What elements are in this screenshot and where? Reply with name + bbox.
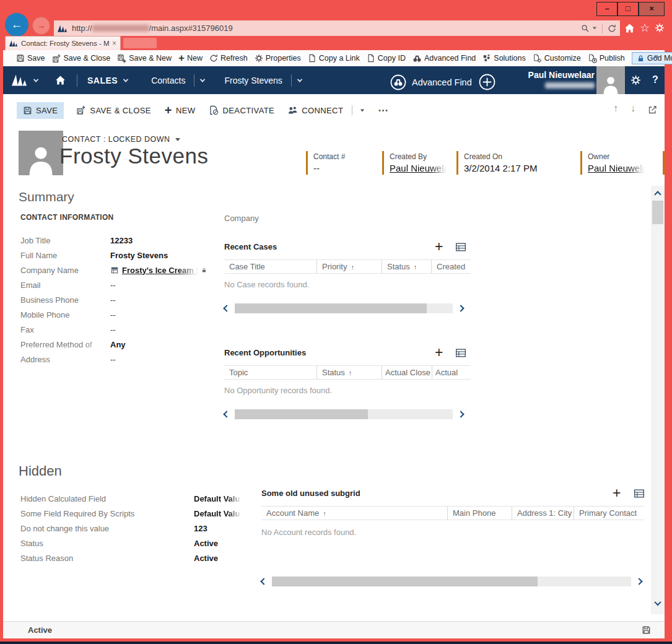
scroll-left-icon[interactable] (223, 305, 230, 311)
fav-copy-id-button[interactable]: Copy ID (367, 52, 406, 64)
fav-god-mode-button[interactable]: God Mode (632, 52, 672, 64)
scrollbar-thumb[interactable] (235, 409, 368, 419)
cases-horizontal-scrollbar[interactable] (224, 303, 466, 314)
title-bar[interactable]: – □ × (0, 0, 672, 19)
toolbar-overflow-icon[interactable]: » (654, 51, 658, 61)
add-opportunity-button[interactable]: + (435, 346, 443, 359)
column-header-status[interactable]: Status↑ (316, 366, 382, 379)
search-dropdown-icon[interactable] (593, 27, 596, 30)
field-row-status[interactable]: StatusActive (20, 536, 268, 550)
column-header-case-title[interactable]: Case Title (224, 260, 316, 273)
opportunities-horizontal-scrollbar[interactable] (224, 409, 466, 420)
field-row-do-not-change[interactable]: Do not change this value123 (20, 521, 268, 535)
fav-save-new-button[interactable]: Save & New (117, 52, 172, 65)
vertical-scrollbar-thumb[interactable] (652, 201, 663, 224)
next-record-icon[interactable]: ↓ (631, 103, 635, 114)
fav-publish-button[interactable]: Publish (588, 52, 625, 65)
column-header-address-city[interactable]: Address 1: City (512, 507, 574, 520)
field-row-required-by-scripts[interactable]: Some Field Required By ScriptsDefault Va… (20, 507, 268, 520)
company-field-label[interactable]: Company (224, 214, 259, 223)
new-tab-button[interactable] (123, 38, 157, 48)
advanced-find-icon[interactable] (390, 74, 406, 90)
fav-copy-link-button[interactable]: Copy a Link (308, 52, 360, 64)
address-bar[interactable]: http:///main.aspx#315796019 (54, 20, 620, 36)
save-and-close-button[interactable]: SAVE & CLOSE (75, 102, 152, 119)
back-button[interactable]: ← (5, 13, 28, 37)
chevron-down-icon[interactable] (200, 77, 205, 82)
accounts-horizontal-scrollbar[interactable] (261, 575, 644, 588)
field-row-company-name[interactable]: Company Name Frosty's Ice Cream S (20, 263, 225, 277)
gear-icon[interactable] (631, 75, 641, 85)
connect-button[interactable]: CONNECT (287, 102, 366, 119)
scrollbar-track[interactable] (235, 409, 453, 419)
fav-refresh-button[interactable]: Refresh (209, 52, 248, 64)
save-button[interactable]: SAVE (17, 102, 64, 119)
chevron-down-icon[interactable] (123, 77, 128, 82)
chevron-down-icon[interactable] (33, 77, 38, 82)
column-header-actual-close-date[interactable]: Actual Close Da... (382, 366, 432, 379)
minimize-button[interactable]: – (596, 2, 617, 16)
new-button[interactable]: +NEW (164, 102, 197, 119)
scrollbar-thumb[interactable] (235, 303, 427, 313)
company-link[interactable]: Frosty's Ice Cream S (122, 266, 200, 275)
hidden-tab-title[interactable]: Hidden (19, 463, 62, 479)
field-row-job-title[interactable]: Job Title12233 (20, 233, 219, 247)
scroll-left-icon[interactable] (223, 411, 230, 417)
scrollbar-track[interactable] (272, 577, 631, 586)
scroll-right-icon[interactable] (457, 411, 464, 417)
field-row-fax[interactable]: Fax-- (20, 323, 219, 336)
nav-sales-menu[interactable]: SALES (87, 76, 118, 85)
summary-tab-title[interactable]: Summary (19, 189, 74, 204)
created-by-link[interactable]: Paul Nieuwelaar (390, 163, 448, 173)
open-accounts-grid-icon[interactable] (634, 488, 645, 499)
scroll-right-icon[interactable] (457, 305, 464, 311)
nav-record-menu[interactable]: Frosty Stevens (224, 76, 282, 85)
column-header-account-name[interactable]: Account Name↑ (261, 507, 447, 520)
fav-customize-button[interactable]: Customize (533, 52, 581, 65)
fav-solutions-button[interactable]: Solutions (482, 52, 525, 64)
favorites-star-icon[interactable]: ☆ (640, 21, 650, 35)
home-icon[interactable] (55, 75, 66, 85)
fav-advanced-find-button[interactable]: Advanced Find (412, 52, 476, 65)
previous-record-icon[interactable]: ↑ (613, 103, 618, 114)
search-icon[interactable] (581, 24, 590, 33)
vertical-scrollbar-track[interactable] (651, 186, 665, 614)
quick-create-icon[interactable] (479, 74, 495, 90)
field-value[interactable]: 3/2/2014 2:17 PM (464, 163, 537, 173)
nav-advanced-find-label[interactable]: Advanced Find (412, 77, 472, 87)
dynamics-crm-logo[interactable] (12, 74, 27, 87)
scrollbar-track[interactable] (235, 303, 453, 313)
add-case-button[interactable]: + (435, 240, 443, 253)
field-row-mobile-phone[interactable]: Mobile Phone-- (20, 308, 219, 321)
open-cases-grid-icon[interactable] (455, 242, 466, 253)
field-value[interactable]: -- (313, 163, 345, 173)
home-icon[interactable] (624, 23, 635, 33)
open-opportunities-grid-icon[interactable] (455, 347, 466, 359)
chevron-down-icon[interactable] (297, 77, 302, 82)
fav-save-close-button[interactable]: Save & Close (52, 52, 111, 65)
field-row-preferred-method[interactable]: Preferred Method ofAny (20, 337, 219, 351)
nav-contacts-menu[interactable]: Contacts (151, 76, 185, 85)
field-row-email[interactable]: Email-- (20, 278, 219, 292)
user-menu[interactable]: Paul Nieuwelaar (522, 70, 595, 91)
field-row-status-reason[interactable]: Status ReasonActive (20, 551, 268, 565)
close-button[interactable]: × (639, 2, 665, 16)
scrollbar-thumb[interactable] (272, 577, 538, 586)
tab-close-icon[interactable]: × (112, 39, 116, 48)
column-header-main-phone[interactable]: Main Phone (447, 507, 512, 520)
fav-save-button[interactable]: Save (16, 52, 45, 64)
fav-new-button[interactable]: +New (178, 52, 203, 64)
column-header-created[interactable]: Created (431, 260, 471, 273)
user-avatar[interactable] (596, 66, 625, 94)
form-selector[interactable]: CONTACT : LOCKED DOWN (62, 135, 180, 144)
owner-link[interactable]: Paul Nieuwelaar (588, 163, 646, 173)
maximize-button[interactable]: □ (617, 2, 639, 16)
field-row-hidden-calculated[interactable]: Hidden Calculated FieldDefault Value (20, 492, 268, 505)
column-header-actual[interactable]: Actual (432, 366, 471, 379)
scroll-right-icon[interactable] (635, 578, 642, 585)
column-header-primary-contact[interactable]: Primary Contact (574, 507, 644, 520)
field-row-full-name[interactable]: Full NameFrosty Stevens (20, 248, 219, 262)
browser-tab[interactable]: Contact: Frosty Stevens - M... × (5, 36, 121, 50)
refresh-icon[interactable] (608, 24, 616, 33)
field-row-business-phone[interactable]: Business Phone-- (20, 293, 219, 307)
